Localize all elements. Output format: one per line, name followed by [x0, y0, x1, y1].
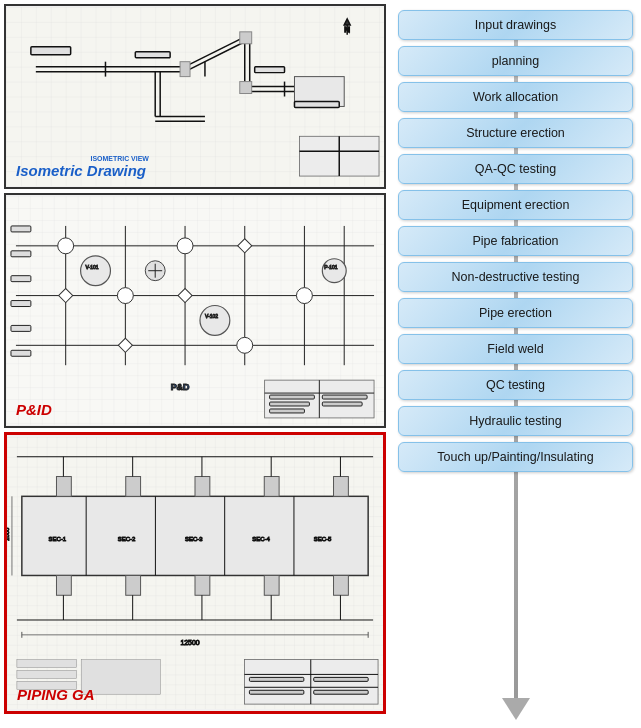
- svg-rect-67: [270, 409, 305, 413]
- svg-text:V-102: V-102: [205, 314, 218, 319]
- svg-point-48: [177, 238, 193, 254]
- piping-ga-label: PIPING GA: [17, 686, 95, 703]
- svg-rect-68: [322, 395, 367, 399]
- arrow-head: [502, 698, 530, 720]
- process-btn-planning[interactable]: planning: [398, 46, 633, 76]
- pid-drawing-box: V-101 V-102 P-101 P&D: [4, 193, 386, 428]
- svg-rect-23: [255, 67, 285, 73]
- svg-text:SEC-5: SEC-5: [314, 536, 332, 542]
- right-panel: Input drawingsplanningWork allocationStr…: [390, 0, 641, 728]
- svg-text:P&D: P&D: [171, 382, 190, 392]
- svg-rect-74: [11, 325, 31, 331]
- svg-rect-73: [11, 301, 31, 307]
- svg-rect-72: [11, 276, 31, 282]
- svg-rect-125: [17, 670, 76, 678]
- process-btn-pipe-fabrication[interactable]: Pipe fabrication: [398, 226, 633, 256]
- process-btn-pipe-erection[interactable]: Pipe erection: [398, 298, 633, 328]
- svg-text:SEC-4: SEC-4: [252, 536, 270, 542]
- process-btn-work-allocation[interactable]: Work allocation: [398, 82, 633, 112]
- process-btn-hydraulic-testing[interactable]: Hydraulic testing: [398, 406, 633, 436]
- process-btn-qc-testing[interactable]: QC testing: [398, 370, 633, 400]
- svg-rect-90: [195, 575, 210, 595]
- process-btn-qa-qc-testing[interactable]: QA-QC testing: [398, 154, 633, 184]
- process-btn-equipment-erection[interactable]: Equipment erection: [398, 190, 633, 220]
- left-panel: N ISOMETRIC VIEW Isometric Drawing: [0, 0, 390, 728]
- svg-rect-83: [56, 477, 71, 497]
- svg-text:V-101: V-101: [86, 265, 99, 270]
- svg-text:SEC-2: SEC-2: [118, 536, 135, 542]
- svg-text:SEC-1: SEC-1: [49, 536, 66, 542]
- isometric-label: Isometric Drawing: [16, 162, 146, 179]
- svg-rect-88: [56, 575, 71, 595]
- process-steps-list: Input drawingsplanningWork allocationStr…: [398, 6, 633, 472]
- svg-point-47: [117, 288, 133, 304]
- svg-text:P-101: P-101: [324, 265, 337, 270]
- svg-rect-14: [180, 62, 190, 77]
- svg-rect-124: [17, 660, 76, 668]
- svg-text:12500: 12500: [180, 639, 199, 646]
- process-btn-structure-erection[interactable]: Structure erection: [398, 118, 633, 148]
- svg-rect-92: [334, 575, 349, 595]
- svg-rect-122: [314, 677, 368, 681]
- svg-point-44: [200, 306, 230, 336]
- process-btn-field-weld[interactable]: Field weld: [398, 334, 633, 364]
- svg-rect-75: [11, 350, 31, 356]
- svg-rect-69: [322, 402, 362, 406]
- svg-rect-85: [195, 477, 210, 497]
- svg-rect-84: [126, 477, 141, 497]
- svg-rect-15: [240, 32, 252, 44]
- svg-rect-66: [270, 402, 310, 406]
- svg-rect-22: [135, 52, 170, 58]
- svg-point-46: [58, 238, 74, 254]
- svg-rect-16: [240, 82, 252, 94]
- svg-rect-120: [249, 677, 303, 681]
- svg-point-50: [296, 288, 312, 304]
- svg-rect-86: [264, 477, 279, 497]
- piping-ga-drawing-box: 12500 2000 SEC-1 SEC-2 SEC-3 SEC-4 SEC-5: [4, 432, 386, 714]
- svg-rect-121: [249, 690, 303, 694]
- svg-point-43: [81, 256, 111, 286]
- svg-rect-65: [270, 395, 315, 399]
- svg-rect-70: [11, 226, 31, 232]
- svg-rect-89: [126, 575, 141, 595]
- svg-text:2000: 2000: [7, 527, 10, 541]
- process-btn-non-destructive-testing[interactable]: Non-destructive testing: [398, 262, 633, 292]
- svg-rect-71: [11, 251, 31, 257]
- svg-point-49: [237, 337, 253, 353]
- svg-rect-87: [334, 477, 349, 497]
- isometric-drawing-box: N ISOMETRIC VIEW Isometric Drawing: [4, 4, 386, 189]
- pid-label: P&ID: [16, 401, 52, 418]
- process-btn-touch-up-painting[interactable]: Touch up/Painting/Insulating: [398, 442, 633, 472]
- svg-rect-123: [314, 690, 368, 694]
- process-btn-input-drawings[interactable]: Input drawings: [398, 10, 633, 40]
- svg-rect-91: [264, 575, 279, 595]
- svg-text:SEC-3: SEC-3: [185, 536, 203, 542]
- svg-rect-24: [294, 101, 339, 107]
- svg-rect-21: [31, 47, 71, 55]
- svg-point-45: [322, 259, 346, 283]
